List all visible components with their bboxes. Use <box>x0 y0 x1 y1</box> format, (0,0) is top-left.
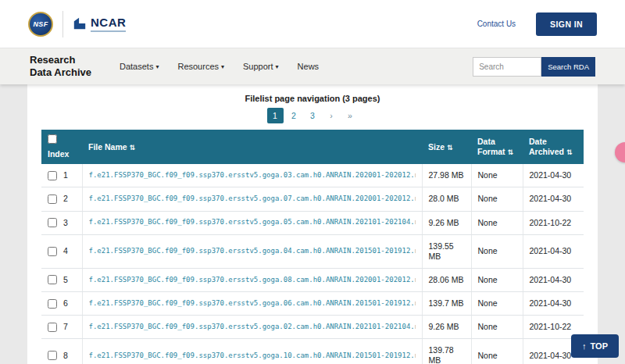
data-format: None <box>471 268 523 291</box>
sign-in-button[interactable]: SIGN IN <box>536 12 597 36</box>
ncar-logo-text: NCAR <box>91 16 126 28</box>
row-index: 8 <box>63 351 68 361</box>
date-archived: 2021-04-30 <box>523 234 584 268</box>
nav-items: Datasets ▾ Resources ▾ Support ▾ News <box>120 62 319 71</box>
data-format: None <box>471 316 523 339</box>
contact-us-link[interactable]: Contact Us <box>477 20 516 28</box>
table-row: 1f.e21.FSSP370_BGC.f09_f09.ssp370.ersstv… <box>41 164 584 187</box>
row-index: 3 <box>63 218 68 228</box>
data-format-header-label: Data Format <box>477 137 505 156</box>
index-column-header: Index <box>41 130 82 164</box>
file-size: 9.26 MB <box>422 316 471 339</box>
data-format: None <box>471 211 523 234</box>
table-row: 5f.e21.FSSP370_BGC.f09_f09.ssp370.ersstv… <box>41 268 584 291</box>
nav-item-datasets-label: Datasets <box>120 62 153 71</box>
main-navbar: Research Data Archive Datasets ▾ Resourc… <box>0 48 625 84</box>
file-name-link[interactable]: f.e21.FSSP370_BGC.f09_f09.ssp370.ersstv5… <box>89 299 416 308</box>
nav-item-news-label: News <box>298 62 320 71</box>
logo-divider <box>62 11 63 37</box>
top-actions: Contact Us SIGN IN <box>477 12 597 36</box>
file-name-link[interactable]: f.e21.FSSP370_BGC.f09_f09.ssp370.ersstv5… <box>89 171 416 180</box>
row-checkbox[interactable] <box>48 299 57 309</box>
row-index: 4 <box>63 246 68 256</box>
site-title[interactable]: Research Data Archive <box>30 54 91 78</box>
row-index: 6 <box>63 298 68 309</box>
filelist-pagination: 1 2 3 › » <box>41 108 584 123</box>
file-table-body: 1f.e21.FSSP370_BGC.f09_f09.ssp370.ersstv… <box>41 164 584 364</box>
file-name-column-header[interactable]: File Name⇅ <box>82 130 422 164</box>
sort-icon[interactable]: ⇅ <box>447 144 453 152</box>
file-size: 28.06 MB <box>422 268 471 291</box>
back-to-top-button[interactable]: ↑ TOP <box>571 334 619 358</box>
page-button-2[interactable]: 2 <box>286 108 302 123</box>
table-row: 6f.e21.FSSP370_BGC.f09_f09.ssp370.ersstv… <box>41 292 584 316</box>
filelist-card: Filelist page navigation (3 pages) 1 2 3… <box>27 84 598 364</box>
search-input[interactable] <box>473 57 541 77</box>
sort-icon[interactable]: ⇅ <box>130 144 136 152</box>
row-checkbox[interactable] <box>48 351 57 360</box>
file-size: 28.0 MB <box>422 187 471 211</box>
file-size: 27.98 MB <box>422 164 471 187</box>
back-to-top-label: TOP <box>591 341 608 351</box>
select-all-checkbox[interactable] <box>48 134 57 144</box>
date-archived-column-header[interactable]: Date Archived⇅ <box>523 130 584 164</box>
nav-item-support-label: Support <box>243 62 273 71</box>
table-row: 4f.e21.FSSP370_BGC.f09_f09.ssp370.ersstv… <box>41 234 584 268</box>
row-checkbox[interactable] <box>48 323 57 332</box>
chevron-down-icon: ▾ <box>276 63 279 70</box>
page-button-1[interactable]: 1 <box>267 108 284 123</box>
file-size: 139.7 MB <box>422 292 471 316</box>
data-format-column-header[interactable]: Data Format⇅ <box>471 130 523 164</box>
nsf-logo[interactable]: NSF <box>28 12 53 37</box>
site-title-line2: Data Archive <box>30 66 91 79</box>
ncar-logo[interactable]: NCAR <box>73 16 126 32</box>
row-index: 7 <box>63 322 68 332</box>
last-page-button[interactable]: » <box>342 108 359 123</box>
row-checkbox[interactable] <box>48 247 57 256</box>
file-name-link[interactable]: f.e21.FSSP370_BGC.f09_f09.ssp370.ersstv5… <box>89 194 416 203</box>
file-name-link[interactable]: f.e21.FSSP370_BGC.f09_f09.ssp370.ersstv5… <box>89 247 416 255</box>
row-checkbox[interactable] <box>48 275 57 284</box>
file-name-link[interactable]: f.e21.FSSP370_BGC.f09_f09.ssp370.ersstv5… <box>89 352 416 360</box>
ncar-logo-text-wrap: NCAR <box>91 16 126 32</box>
arrow-up-icon: ↑ <box>582 341 587 351</box>
row-checkbox[interactable] <box>48 218 57 227</box>
file-size: 139.55 MB <box>422 234 471 268</box>
file-name-header-label: File Name <box>88 142 127 152</box>
top-header: NSF NCAR Contact Us SIGN IN <box>0 0 625 48</box>
row-checkbox[interactable] <box>48 171 57 180</box>
data-format: None <box>471 187 523 211</box>
sort-icon[interactable]: ⇅ <box>508 148 514 156</box>
site-title-line1: Research <box>30 54 91 66</box>
filelist-table: Index File Name⇅ Size⇅ Data Format⇅ Date… <box>41 130 584 364</box>
date-archived: 2021-04-30 <box>523 292 584 316</box>
file-name-link[interactable]: f.e21.FSSP370_BGC.f09_f09.ssp370.ersstv5… <box>89 323 416 331</box>
date-archived: 2021-04-30 <box>523 268 584 291</box>
file-name-link[interactable]: f.e21.FSSP370_BGC.f09_f09.ssp370.ersstv5… <box>89 218 416 227</box>
data-format: None <box>471 292 523 316</box>
nav-item-resources-label: Resources <box>177 62 219 71</box>
logo-group: NSF NCAR <box>28 11 126 37</box>
nsf-logo-text: NSF <box>34 20 48 28</box>
next-page-button[interactable]: › <box>323 108 340 123</box>
nav-item-support[interactable]: Support ▾ <box>243 62 279 71</box>
nav-item-resources[interactable]: Resources ▾ <box>177 62 224 71</box>
table-row: 7f.e21.FSSP370_BGC.f09_f09.ssp370.ersstv… <box>41 316 584 339</box>
search-rda-button[interactable]: Search RDA <box>541 57 595 77</box>
file-name-link[interactable]: f.e21.FSSP370_BGC.f09_f09.ssp370.ersstv5… <box>89 276 416 284</box>
date-archived: 2021-04-30 <box>523 187 584 211</box>
file-size: 9.26 MB <box>422 211 471 234</box>
chevron-down-icon: ▾ <box>221 63 224 70</box>
size-column-header[interactable]: Size⇅ <box>422 130 471 164</box>
date-archived: 2021-10-22 <box>523 211 584 234</box>
nav-item-datasets[interactable]: Datasets ▾ <box>120 62 159 71</box>
pagination-title: Filelist page navigation (3 pages) <box>41 94 584 103</box>
nav-item-news[interactable]: News <box>298 62 320 71</box>
size-header-label: Size <box>428 142 445 152</box>
sort-icon[interactable]: ⇅ <box>566 148 573 156</box>
main-content: Filelist page navigation (3 pages) 1 2 3… <box>0 84 625 364</box>
row-checkbox[interactable] <box>48 194 57 204</box>
data-format: None <box>471 339 523 364</box>
table-row: 3f.e21.FSSP370_BGC.f09_f09.ssp370.ersstv… <box>41 211 584 234</box>
page-button-3[interactable]: 3 <box>305 108 321 123</box>
